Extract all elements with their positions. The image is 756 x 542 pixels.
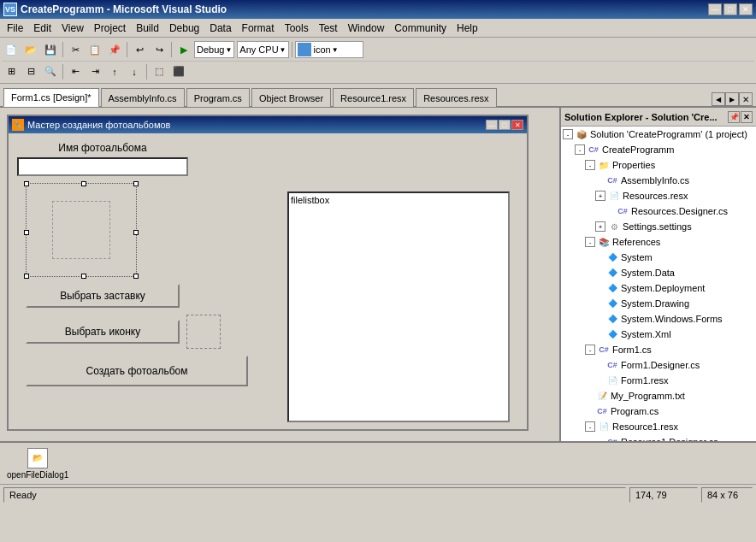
maximize-button[interactable]: □ <box>724 3 737 15</box>
undo-btn[interactable]: ↩ <box>130 40 149 59</box>
expand-resource1[interactable]: - <box>585 421 595 432</box>
tree-resources-resx-label: Resources.resx <box>623 191 688 201</box>
tb2-btn2[interactable]: ⊟ <box>21 62 40 81</box>
splash-button[interactable]: Выбрать заставку <box>26 284 180 308</box>
tree-system-deployment[interactable]: 🔷 System.Deployment <box>561 280 756 296</box>
tab-programcs-label: Program.cs <box>194 93 242 103</box>
file-listbox-label: filelistbox <box>291 195 329 205</box>
tb2-btn4[interactable]: ⇤ <box>66 62 85 81</box>
form-max-btn[interactable]: □ <box>499 120 511 130</box>
menu-bar: File Edit View Project Build Debug Data … <box>0 19 756 38</box>
create-button[interactable]: Создать фотоальбом <box>26 356 248 386</box>
form-title-left: 🔧 Мастер создания фотоальбомов <box>12 119 170 131</box>
expand-project[interactable]: - <box>575 144 585 155</box>
expand-form1cs[interactable]: - <box>585 345 595 355</box>
solution-icon: 📦 <box>575 127 588 141</box>
tab-next-btn[interactable]: ▶ <box>725 92 739 106</box>
tb2-btn5[interactable]: ⇥ <box>86 62 104 81</box>
solution-tree: - 📦 Solution 'CreateProgramm' (1 project… <box>561 127 756 441</box>
tab-close-x-btn[interactable]: ✕ <box>739 92 753 106</box>
close-button[interactable]: ✕ <box>739 3 753 15</box>
tab-objectbrowser[interactable]: Object Browser <box>251 88 331 107</box>
picture-box-container <box>26 183 137 277</box>
tb2-btn7[interactable]: ↓ <box>125 62 144 81</box>
expand-solution[interactable]: - <box>563 129 573 139</box>
icon-dropdown[interactable]: icon ▼ <box>295 41 363 58</box>
tree-settings[interactable]: + ⚙ Settings.settings <box>561 219 756 234</box>
redo-btn[interactable]: ↪ <box>150 40 168 59</box>
tree-system-data[interactable]: 🔷 System.Data <box>561 265 756 280</box>
minimize-button[interactable]: — <box>708 3 722 15</box>
form-min-btn[interactable]: — <box>486 120 498 130</box>
menu-community[interactable]: Community <box>389 21 452 36</box>
tb2-btn9[interactable]: ⬛ <box>169 62 188 81</box>
tb2-btn3[interactable]: 🔍 <box>41 62 60 81</box>
tree-settings-label: Settings.settings <box>623 221 692 232</box>
menu-format[interactable]: Format <box>237 21 280 36</box>
tab-programcs[interactable]: Program.cs <box>186 88 250 107</box>
tab-form1-design[interactable]: Form1.cs [Design]* <box>3 88 99 107</box>
menu-help[interactable]: Help <box>452 21 483 36</box>
tree-resource1-designer[interactable]: C# Resource1.Designer.cs <box>561 434 756 441</box>
menu-debug[interactable]: Debug <box>164 21 204 36</box>
tree-resources-resx[interactable]: + 📄 Resources.resx <box>561 188 756 203</box>
new-project-btn[interactable]: 📄 <box>2 40 21 59</box>
tree-form1cs[interactable]: - C# Form1.cs <box>561 342 756 357</box>
menu-data[interactable]: Data <box>204 21 236 36</box>
tree-properties[interactable]: - 📁 Properties <box>561 157 756 173</box>
tree-form1-designer-label: Form1.Designer.cs <box>621 360 700 370</box>
tree-programcs[interactable]: C# Program.cs <box>561 404 756 419</box>
menu-window[interactable]: Window <box>343 21 390 36</box>
menu-build[interactable]: Build <box>131 21 164 36</box>
tree-system-winforms[interactable]: 🔷 System.Windows.Forms <box>561 311 756 327</box>
tree-resource1[interactable]: - 📄 Resource1.resx <box>561 419 756 434</box>
icon-row: Выбрать иконку <box>26 315 248 349</box>
buttons-section: Выбрать заставку Выбрать иконку Создать … <box>26 284 248 386</box>
tab-prev-btn[interactable]: ◀ <box>712 92 725 106</box>
open-file-dialog-item[interactable]: 📂 openFileDialog1 <box>7 448 68 480</box>
tree-system-drawing[interactable]: 🔷 System.Drawing <box>561 296 756 311</box>
menu-file[interactable]: File <box>2 21 28 36</box>
tree-system-xml[interactable]: 🔷 System.Xml <box>561 327 756 342</box>
right-panel: Solution Explorer - Solution 'Cre... 📌 ✕… <box>559 108 756 441</box>
expand-properties[interactable]: - <box>585 160 595 170</box>
tree-resources-designer[interactable]: C# Resources.Designer.cs <box>561 203 756 219</box>
tree-system[interactable]: 🔷 System <box>561 250 756 265</box>
run-btn[interactable]: ▶ <box>174 40 193 59</box>
menu-view[interactable]: View <box>56 21 89 36</box>
name-textbox[interactable] <box>17 157 188 176</box>
tab-assemblyinfo[interactable]: AssemblyInfo.cs <box>101 88 185 107</box>
status-size-text: 84 x 76 <box>707 490 738 500</box>
cut-btn[interactable]: ✂ <box>66 40 85 59</box>
paste-btn[interactable]: 📌 <box>105 40 124 59</box>
tree-assemblyinfo[interactable]: C# AssemblyInfo.cs <box>561 173 756 188</box>
tree-solution[interactable]: - 📦 Solution 'CreateProgramm' (1 project… <box>561 127 756 142</box>
menu-project[interactable]: Project <box>89 21 131 36</box>
debug-dropdown[interactable]: Debug ▼ <box>194 41 234 58</box>
sol-pin-btn[interactable]: 📌 <box>728 111 740 123</box>
menu-tools[interactable]: Tools <box>280 21 314 36</box>
tb2-btn6[interactable]: ↑ <box>105 62 124 81</box>
open-btn[interactable]: 📂 <box>21 40 40 59</box>
expand-settings[interactable]: + <box>595 221 605 232</box>
menu-edit[interactable]: Edit <box>28 21 56 36</box>
expand-references[interactable]: - <box>585 237 595 247</box>
tree-myprogramm[interactable]: 📝 My_Programm.txt <box>561 388 756 404</box>
tree-form1-resx[interactable]: 📄 Form1.resx <box>561 373 756 388</box>
tab-resources[interactable]: Resources.resx <box>416 88 496 107</box>
cpu-dropdown[interactable]: Any CPU ▼ <box>237 41 288 58</box>
form-close-btn[interactable]: ✕ <box>511 120 523 130</box>
sol-close-btn[interactable]: ✕ <box>741 111 753 123</box>
tb2-btn8[interactable]: ⬚ <box>150 62 168 81</box>
tb2-btn1[interactable]: ⊞ <box>2 62 21 81</box>
tree-references[interactable]: - 📚 References <box>561 234 756 250</box>
file-listbox[interactable]: filelistbox <box>287 191 510 422</box>
tab-resource1[interactable]: Resource1.resx <box>333 88 414 107</box>
icon-button[interactable]: Выбрать иконку <box>26 320 180 344</box>
menu-test[interactable]: Test <box>314 21 343 36</box>
copy-btn[interactable]: 📋 <box>86 40 104 59</box>
tree-form1-designer[interactable]: C# Form1.Designer.cs <box>561 357 756 373</box>
save-btn[interactable]: 💾 <box>41 40 60 59</box>
expand-resources[interactable]: + <box>595 191 605 201</box>
tree-project[interactable]: - C# CreateProgramm <box>561 142 756 157</box>
